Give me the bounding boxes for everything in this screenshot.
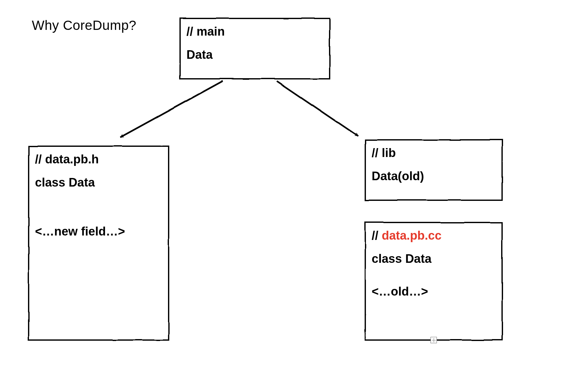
- svg-line-4: [120, 81, 223, 137]
- node-data-pb-h-body: class Data <…new field…>: [35, 174, 162, 240]
- node-main-body: Data: [186, 47, 323, 63]
- svg-line-5: [277, 81, 358, 136]
- node-lib-body: Data(old): [372, 168, 496, 184]
- node-lib-comment: // lib: [372, 145, 496, 161]
- node-data-pb-cc-comment-name: data.pb.cc: [382, 229, 442, 242]
- node-data-pb-h-comment: // data.pb.h: [35, 151, 162, 167]
- node-data-pb-h: // data.pb.h class Data <…new field…>: [29, 146, 169, 340]
- node-data-pb-cc-comment-prefix: //: [372, 229, 382, 242]
- node-main: // main Data: [180, 18, 330, 79]
- node-data-pb-cc-body: class Data <…old…>: [372, 251, 496, 300]
- resize-handle-icon[interactable]: [430, 337, 437, 343]
- node-data-pb-cc: // data.pb.cc class Data <…old…>: [365, 222, 502, 340]
- node-data-pb-cc-comment: // data.pb.cc: [372, 228, 496, 244]
- node-lib: // lib Data(old): [365, 140, 502, 200]
- diagram-title: Why CoreDump?: [32, 18, 136, 33]
- node-main-comment: // main: [186, 24, 323, 40]
